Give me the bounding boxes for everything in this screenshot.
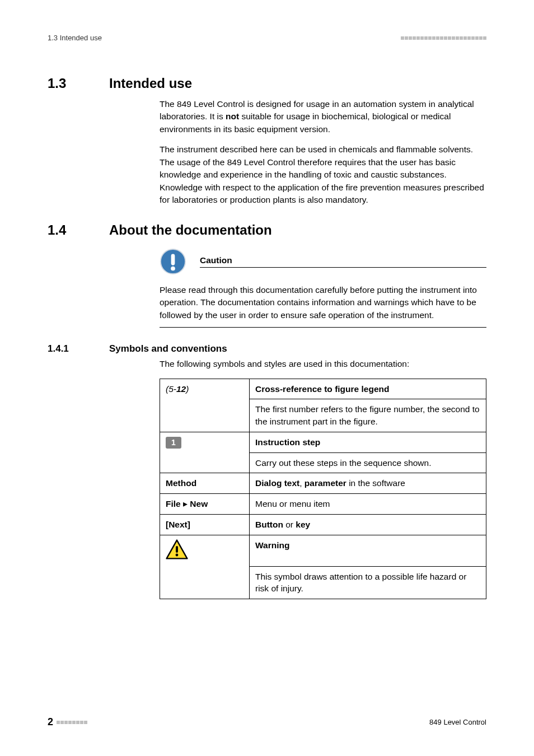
caution-label: Caution <box>200 255 486 267</box>
cross-ref-symbol: (5-12) <box>160 379 250 399</box>
caution-header: Caution <box>160 248 486 275</box>
warning-triangle-icon <box>166 539 188 559</box>
instruction-step-body: Carry out these steps in the sequence sh… <box>250 452 486 473</box>
footer-product-name: 849 Level Control <box>429 718 486 726</box>
instruction-step-symbol: 1 <box>160 432 250 452</box>
section-heading-1-3: 1.3 Intended use <box>48 76 486 91</box>
table-row: Carry out these steps in the sequence sh… <box>160 452 486 473</box>
table-row: Method Dialog text, parameter in the sof… <box>160 473 486 494</box>
table-row: Warning <box>160 535 486 566</box>
next-desc: Button or key <box>250 514 486 535</box>
caution-bottom-rule <box>160 327 486 328</box>
conventions-table: (5-12) Cross-reference to figure legend … <box>160 379 486 599</box>
table-row: File ▸ New Menu or menu item <box>160 494 486 515</box>
svg-rect-1 <box>171 254 175 265</box>
section-title: About the documentation <box>109 222 272 238</box>
svg-point-2 <box>171 266 175 270</box>
footer-left: 2 <box>48 716 87 728</box>
page-footer: 2 849 Level Control <box>48 716 486 728</box>
subsection-heading-1-4-1: 1.4.1 Symbols and conventions <box>48 343 486 354</box>
table-row: The first number refers to the figure nu… <box>160 399 486 432</box>
warning-symbol-cell <box>160 535 250 566</box>
section-number: 1.3 <box>48 76 109 91</box>
method-desc: Dialog text, parameter in the software <box>250 473 486 494</box>
caution-icon <box>160 248 186 275</box>
cross-ref-title: Cross-reference to figure legend <box>250 379 486 399</box>
section-title: Intended use <box>109 76 192 91</box>
file-new-desc: Menu or menu item <box>250 494 486 515</box>
caution-body: Please read through this documentation c… <box>160 284 486 321</box>
table-row: [Next] Button or key <box>160 514 486 535</box>
table-row: 1 Instruction step <box>160 432 486 452</box>
svg-point-5 <box>176 553 179 556</box>
cross-ref-body: The first number refers to the figure nu… <box>250 399 486 432</box>
header-section-ref: 1.3 Intended use <box>48 34 102 42</box>
table-row: (5-12) Cross-reference to figure legend <box>160 379 486 399</box>
page-header: 1.3 Intended use <box>48 34 486 42</box>
file-new-key: File ▸ New <box>160 494 250 515</box>
svg-rect-4 <box>176 546 178 553</box>
header-decoration <box>401 36 486 40</box>
caution-top-rule <box>200 267 486 268</box>
section-number: 1.4 <box>48 222 109 238</box>
section-1-3-para-1: The 849 Level Control is designed for us… <box>160 98 486 136</box>
instruction-step-title: Instruction step <box>250 432 486 452</box>
subsection-number: 1.4.1 <box>48 343 109 354</box>
section-1-3-para-2: The instrument described here can be use… <box>160 143 486 206</box>
warning-body: This symbol draws attention to a possibl… <box>250 566 486 599</box>
section-heading-1-4: 1.4 About the documentation <box>48 222 486 238</box>
warning-title: Warning <box>250 535 486 566</box>
caution-block: Caution Please read through this documen… <box>160 248 486 321</box>
page-number: 2 <box>48 716 53 728</box>
table-row: This symbol draws attention to a possibl… <box>160 566 486 599</box>
next-key: [Next] <box>160 514 250 535</box>
method-key: Method <box>160 473 250 494</box>
footer-decoration <box>57 721 87 724</box>
subsection-title: Symbols and conventions <box>109 343 227 354</box>
subsection-intro: The following symbols and styles are use… <box>160 358 486 370</box>
